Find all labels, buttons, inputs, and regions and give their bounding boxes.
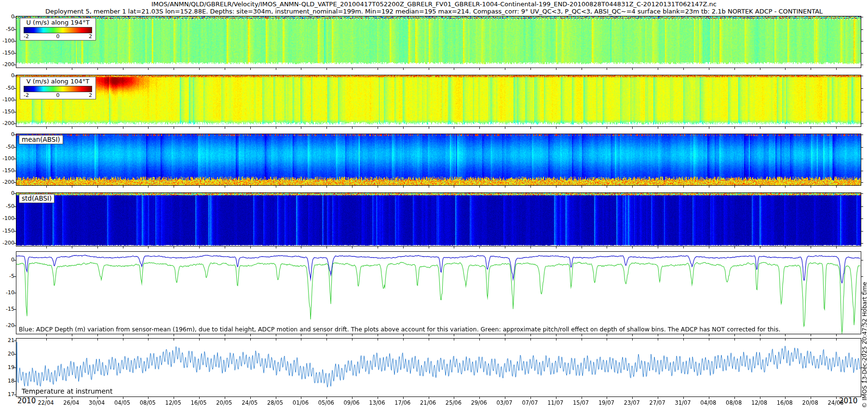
x-tick-mark [632, 246, 633, 248]
x-tick-mark [72, 246, 72, 248]
x-tick-mark [301, 186, 301, 188]
x-tick-mark [225, 68, 225, 70]
panel-u-velocity: U (m/s) along 194°T -2 0 2 0-50-100-150-… [16, 16, 861, 68]
y-tick-mark [14, 53, 16, 54]
x-tick-label: 03/07 [492, 399, 517, 406]
x-tick-mark [530, 186, 531, 188]
x-tick-mark-top [352, 339, 353, 341]
x-tick-label: 12/08 [747, 399, 772, 406]
y-tick-label: 0 [0, 191, 14, 196]
x-tick-mark [811, 334, 811, 336]
y-tick-mark [14, 326, 16, 326]
x-tick-mark [709, 334, 709, 336]
y-tick-label: -100 [0, 97, 14, 103]
x-tick-mark-top [505, 339, 505, 341]
x-tick-mark [607, 186, 607, 188]
x-tick-mark [811, 246, 811, 248]
x-tick-mark [46, 127, 47, 129]
x-tick-mark [760, 397, 760, 399]
y-tick-label: 17 [0, 392, 14, 397]
x-tick-mark [123, 68, 123, 70]
x-tick-mark [683, 397, 684, 399]
x-tick-mark [785, 246, 786, 248]
x-tick-mark [97, 127, 98, 129]
x-tick-mark [250, 68, 251, 70]
copyright-watermark: © IMOS 13-Dec-2025 20:47:52 Hobart time [861, 282, 868, 408]
x-tick-mark [530, 68, 531, 70]
x-tick-mark [301, 397, 301, 399]
x-tick-mark [326, 186, 327, 188]
x-tick-mark [301, 68, 301, 70]
y-tick-mark [14, 368, 16, 368]
x-tick-mark [479, 334, 480, 336]
y-tick-mark [861, 88, 863, 89]
x-tick-mark [46, 186, 47, 188]
y-tick-mark [14, 341, 16, 341]
x-tick-label: 21/06 [416, 399, 441, 406]
figure-title: IMOS/ANMN/QLD/GBRELR/Velocity/IMOS_ANMN-… [0, 0, 868, 8]
x-tick-mark [683, 127, 684, 129]
x-tick-label: 24/05 [237, 399, 262, 406]
x-tick-mark-top [683, 339, 684, 341]
x-tick-mark [582, 127, 582, 129]
x-tick-mark [46, 246, 47, 248]
u-colorbar-legend: U (m/s) along 194°T -2 0 2 [20, 18, 96, 41]
x-tick-mark [582, 186, 582, 188]
x-tick-mark [97, 397, 98, 399]
x-tick-mark [454, 397, 454, 399]
depth-variation-lines [16, 252, 861, 334]
x-tick-mark [403, 186, 404, 188]
x-tick-mark-top [709, 339, 709, 341]
y-tick-mark [861, 193, 863, 194]
x-tick-mark [454, 127, 454, 129]
x-tick-mark [709, 246, 709, 248]
y-tick-mark [861, 65, 863, 65]
x-tick-mark [148, 127, 149, 129]
x-tick-mark [199, 186, 200, 188]
x-tick-mark [607, 397, 607, 399]
x-tick-mark-top [658, 339, 658, 341]
std-absi-heatmap [16, 193, 861, 246]
x-tick-label: 09/06 [339, 399, 364, 406]
x-tick-mark-top [72, 339, 72, 341]
x-tick-mark [403, 127, 404, 129]
x-tick-label: 08/08 [721, 399, 746, 406]
x-tick-mark [632, 397, 633, 399]
x-tick-mark [174, 334, 174, 336]
temperature-line [16, 339, 861, 396]
x-tick-mark [225, 334, 225, 336]
x-tick-mark [148, 246, 149, 248]
y-tick-mark [861, 243, 863, 244]
x-tick-mark [556, 334, 556, 336]
x-tick-mark [174, 397, 174, 399]
x-tick-mark [199, 334, 200, 336]
x-tick-mark [403, 334, 404, 336]
temperature-label: Temperature at instrument [22, 387, 112, 395]
v-colorbar-legend: V (m/s) along 104°T -2 0 2 [20, 77, 96, 99]
x-tick-mark [199, 397, 200, 399]
x-tick-mark [301, 246, 301, 248]
y-tick-label: -50 [0, 27, 14, 32]
x-tick-mark-top [97, 339, 98, 341]
x-tick-mark [72, 397, 72, 399]
y-tick-mark [861, 182, 863, 183]
u-colorbar [24, 27, 92, 33]
x-tick-mark [607, 127, 607, 129]
x-tick-mark [760, 127, 760, 129]
x-tick-mark-top [225, 339, 225, 341]
x-tick-mark [225, 186, 225, 188]
x-tick-label: 28/05 [263, 399, 288, 406]
figure: IMOS/ANMN/QLD/GBRELR/Velocity/IMOS_ANMN-… [0, 0, 868, 410]
x-tick-mark [734, 186, 735, 188]
x-tick-mark [352, 127, 353, 129]
y-tick-mark [861, 147, 863, 148]
y-tick-mark [861, 123, 863, 124]
x-tick-mark [505, 68, 505, 70]
x-tick-mark [123, 397, 123, 399]
x-tick-mark-top [582, 339, 582, 341]
y-tick-label: -200 [0, 179, 14, 185]
v-colorbar-tick-mid: 0 [56, 92, 60, 98]
x-tick-mark [530, 334, 531, 336]
x-tick-mark [429, 68, 429, 70]
y-tick-mark [861, 206, 863, 207]
